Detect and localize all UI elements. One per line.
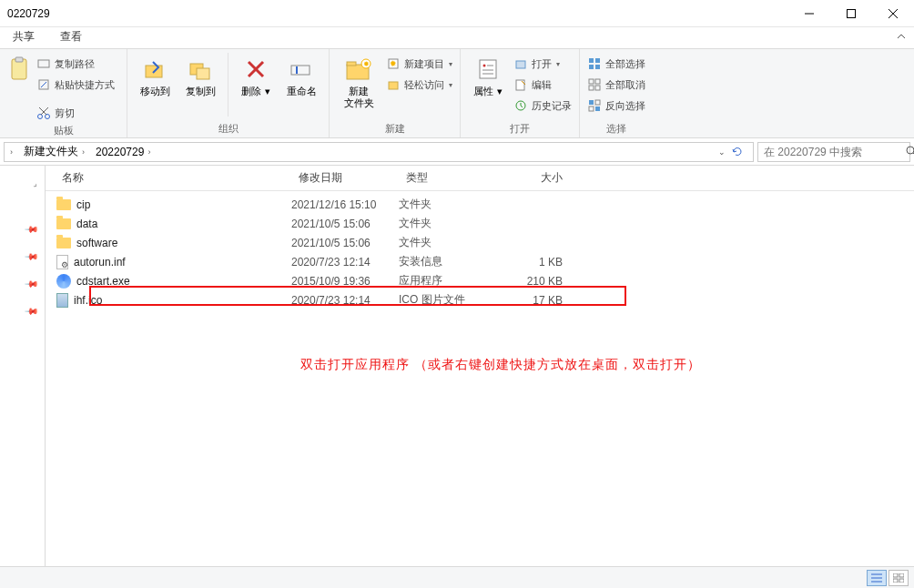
svg-rect-40 bbox=[589, 86, 594, 90]
file-name: cdstart.exe bbox=[76, 275, 130, 288]
column-size[interactable]: 大小 bbox=[501, 170, 574, 186]
ribbon-tabs: 共享 查看 bbox=[0, 27, 914, 49]
edit-icon bbox=[513, 77, 528, 92]
file-size: 17 KB bbox=[501, 294, 574, 307]
copy-to-button[interactable]: 复制到 bbox=[180, 53, 220, 97]
pin-icon: 📌 bbox=[25, 221, 39, 236]
paste-shortcut-button[interactable]: 粘贴快捷方式 bbox=[36, 76, 115, 94]
clipboard-group-label: 贴板 bbox=[7, 122, 119, 139]
search-input[interactable] bbox=[758, 146, 906, 158]
cut-button[interactable]: 剪切 bbox=[36, 104, 115, 122]
chevron-down-icon: ▾ bbox=[556, 60, 560, 68]
history-icon bbox=[513, 98, 528, 113]
chevron-right-icon: › bbox=[31, 180, 40, 189]
file-type: 文件夹 bbox=[399, 235, 501, 250]
delete-button[interactable]: 删除 ▾ bbox=[236, 53, 276, 97]
rename-button[interactable]: 重命名 bbox=[281, 53, 321, 97]
svg-line-10 bbox=[41, 107, 48, 115]
easy-access-button[interactable]: 轻松访问▾ bbox=[386, 76, 452, 94]
clipboard-icon bbox=[5, 55, 34, 84]
nav-pinned-item[interactable]: 📌 bbox=[0, 215, 45, 242]
search-box[interactable] bbox=[757, 142, 910, 162]
ribbon-group-new: ✹新建 文件夹 ✹新建项目▾ 轻松访问▾ 新建 bbox=[330, 49, 461, 137]
file-name: ihf.ico bbox=[74, 294, 102, 307]
svg-rect-31 bbox=[516, 61, 525, 68]
scissors-icon bbox=[36, 106, 51, 120]
pin-icon: 📌 bbox=[25, 303, 39, 318]
file-date: 2015/10/9 19:36 bbox=[291, 275, 399, 288]
file-name: cip bbox=[76, 198, 90, 211]
nav-pane[interactable]: › 📌 📌 📌 📌 G:) bbox=[0, 166, 46, 566]
ribbon-expand-button[interactable] bbox=[896, 31, 907, 42]
file-row[interactable]: autorun.inf2020/7/23 12:14安装信息1 KB bbox=[46, 252, 914, 271]
open-button[interactable]: 打开▾ bbox=[513, 55, 572, 73]
nav-pinned-item[interactable]: 📌 bbox=[0, 242, 45, 269]
svg-rect-54 bbox=[899, 579, 904, 583]
svg-rect-34 bbox=[589, 58, 594, 63]
svg-rect-53 bbox=[893, 579, 898, 583]
paste-button[interactable] bbox=[7, 53, 31, 84]
svg-rect-5 bbox=[15, 57, 23, 62]
nav-pinned-item[interactable]: 📌 bbox=[0, 297, 45, 324]
tab-share[interactable]: 共享 bbox=[0, 25, 47, 48]
refresh-icon bbox=[731, 146, 744, 158]
file-row[interactable]: ihf.ico2020/7/23 12:14ICO 图片文件17 KB bbox=[46, 290, 914, 309]
breadcrumb-root[interactable]: › bbox=[5, 143, 18, 161]
svg-point-27 bbox=[483, 65, 486, 67]
view-large-icons-button[interactable] bbox=[889, 570, 909, 586]
select-all-button[interactable]: 全部选择 bbox=[587, 55, 645, 73]
column-type[interactable]: 类型 bbox=[399, 170, 501, 186]
breadcrumb-seg-2[interactable]: 20220729› bbox=[90, 143, 156, 161]
invert-selection-button[interactable]: 反向选择 bbox=[587, 96, 645, 115]
organize-group-label: 组织 bbox=[135, 120, 321, 137]
address-dropdown[interactable]: ⌄ bbox=[713, 143, 731, 161]
annotation-text: 双击打开应用程序 （或者右键创建快捷方式放在桌面，双击打开） bbox=[300, 357, 701, 373]
nav-item[interactable]: › bbox=[0, 171, 45, 198]
new-folder-button[interactable]: ✹新建 文件夹 bbox=[337, 53, 381, 109]
svg-rect-25 bbox=[389, 82, 398, 89]
invert-icon bbox=[587, 98, 602, 113]
file-type: 文件夹 bbox=[399, 216, 501, 231]
search-button[interactable] bbox=[906, 146, 914, 157]
file-date: 2021/10/5 15:06 bbox=[291, 237, 399, 249]
maximize-icon bbox=[847, 9, 856, 18]
rename-icon bbox=[287, 55, 316, 84]
minimize-button[interactable] bbox=[788, 0, 830, 27]
maximize-button[interactable] bbox=[830, 0, 872, 27]
properties-button[interactable]: 属性 ▾ bbox=[468, 53, 508, 97]
svg-rect-32 bbox=[516, 80, 524, 90]
file-row[interactable]: cip2021/12/16 15:10文件夹 bbox=[46, 195, 914, 214]
view-details-button[interactable] bbox=[867, 570, 887, 586]
file-row[interactable]: software2021/10/5 15:06文件夹 bbox=[46, 233, 914, 252]
close-button[interactable] bbox=[872, 0, 914, 27]
folder-icon bbox=[56, 218, 71, 229]
minimize-icon bbox=[805, 9, 814, 18]
select-none-button[interactable]: 全部取消 bbox=[587, 76, 645, 94]
title-bar: 0220729 bbox=[0, 0, 914, 27]
column-name[interactable]: 名称 bbox=[55, 170, 291, 186]
file-row[interactable]: cdstart.exe2015/10/9 19:36应用程序210 KB bbox=[46, 271, 914, 290]
ribbon-group-open: 属性 ▾ 打开▾ 编辑 历史记录 打开 bbox=[461, 49, 580, 137]
new-item-button[interactable]: ✹新建项目▾ bbox=[386, 55, 452, 73]
nav-pinned-item[interactable]: 📌 bbox=[0, 269, 45, 297]
copy-path-button[interactable]: 复制路径 bbox=[36, 55, 115, 73]
breadcrumb-seg-1[interactable]: 新建文件夹› bbox=[18, 143, 90, 161]
column-headers: 名称 修改日期 类型 大小 bbox=[46, 166, 914, 191]
pin-icon: 📌 bbox=[25, 248, 39, 263]
chevron-down-icon: ▾ bbox=[449, 81, 452, 89]
file-type: 文件夹 bbox=[399, 197, 501, 212]
cut-label: 剪切 bbox=[55, 106, 75, 120]
history-label: 历史记录 bbox=[532, 99, 572, 113]
edit-button[interactable]: 编辑 bbox=[513, 76, 572, 94]
history-button[interactable]: 历史记录 bbox=[513, 96, 572, 115]
file-row[interactable]: data2021/10/5 15:06文件夹 bbox=[46, 214, 914, 233]
refresh-button[interactable] bbox=[731, 146, 753, 158]
close-icon bbox=[889, 9, 898, 18]
column-date[interactable]: 修改日期 bbox=[291, 170, 399, 186]
move-to-button[interactable]: 移动到 bbox=[135, 53, 175, 97]
tab-view[interactable]: 查看 bbox=[47, 25, 95, 48]
details-icon bbox=[871, 573, 882, 583]
open-icon bbox=[513, 56, 528, 71]
address-bar[interactable]: › 新建文件夹› 20220729› ⌄ bbox=[4, 142, 754, 162]
easy-access-icon bbox=[386, 77, 401, 92]
